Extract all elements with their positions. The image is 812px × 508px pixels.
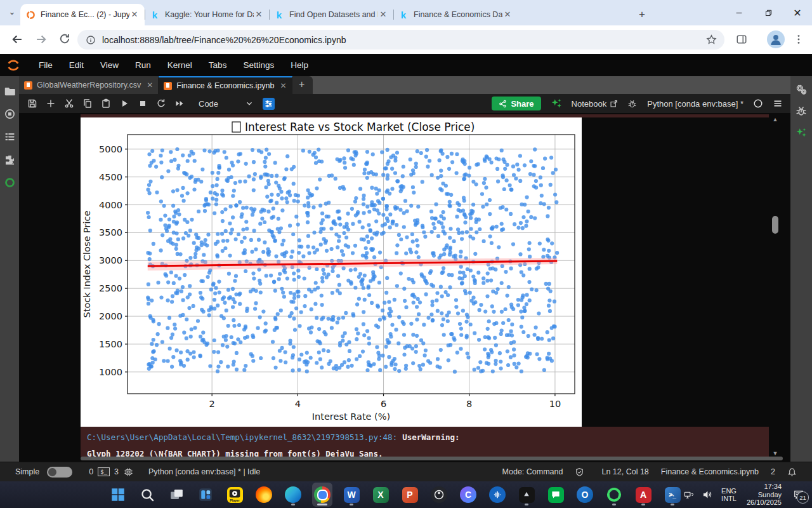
- omnibox[interactable]: localhost:8889/lab/tree/Finance%20%26%20…: [77, 30, 724, 50]
- taskbar-excel-icon[interactable]: X: [370, 483, 391, 507]
- run-icon[interactable]: [119, 98, 129, 109]
- kernel-chip-icon[interactable]: [124, 467, 133, 477]
- property-inspector-gears-icon[interactable]: [796, 84, 807, 95]
- browser-menu-dots-icon[interactable]: [793, 34, 807, 48]
- taskbar-audio-app-icon[interactable]: [487, 483, 508, 507]
- menu-run[interactable]: Run: [135, 60, 151, 70]
- kernel-status-text[interactable]: Python [conda env:base] * | Idle: [148, 467, 260, 476]
- taskbar-task-view-icon[interactable]: [166, 483, 187, 507]
- extensions-puzzle-icon[interactable]: [4, 154, 16, 166]
- debugger-bug-icon[interactable]: [796, 105, 807, 117]
- scrollbar-thumb[interactable]: [772, 216, 778, 234]
- tab-close-icon[interactable]: ✕: [254, 10, 264, 20]
- browser-tab[interactable]: kKaggle: Your Home for Data Sci✕: [145, 4, 269, 25]
- url-text[interactable]: localhost:8889/lab/tree/Finance%20%26%20…: [102, 35, 706, 45]
- profile-avatar[interactable]: [767, 30, 785, 48]
- command-mode-indicator[interactable]: Mode: Command: [502, 467, 563, 476]
- taskbar-widgets-icon[interactable]: [195, 483, 216, 507]
- volume-icon[interactable]: [702, 490, 712, 500]
- menu-file[interactable]: File: [39, 60, 53, 70]
- doc-tab-close-icon[interactable]: ✕: [147, 81, 153, 90]
- trust-shield-icon[interactable]: [575, 467, 584, 477]
- table-of-contents-icon[interactable]: [4, 131, 16, 143]
- taskbar-media-player-icon[interactable]: Player: [225, 483, 245, 507]
- simple-mode-toggle[interactable]: [47, 467, 72, 478]
- tab-search-chevron-icon[interactable]: ⌄: [6, 7, 18, 18]
- forward-icon[interactable]: [34, 32, 48, 46]
- taskbar-search-icon[interactable]: [137, 483, 157, 507]
- back-icon[interactable]: [10, 32, 24, 46]
- doc-tab[interactable]: GlobalWeatherRepository.csv✕: [19, 76, 159, 94]
- hamburger-menu-icon[interactable]: [773, 98, 783, 109]
- vertical-scrollbar[interactable]: ▲ ▼: [769, 113, 782, 462]
- browser-tab[interactable]: Finance & Ec... (2) - JupyterLab✕: [20, 4, 145, 25]
- taskbar-game-app-icon[interactable]: [516, 483, 537, 507]
- tray-chevron-up-icon[interactable]: [667, 490, 676, 500]
- network-icon[interactable]: [684, 490, 695, 500]
- anaconda-ring-icon[interactable]: [4, 177, 16, 189]
- run-all-icon[interactable]: [174, 98, 185, 109]
- notebook-link[interactable]: Notebook: [572, 99, 619, 109]
- doc-tab-close-icon[interactable]: ✕: [280, 81, 287, 90]
- window-minimize-button[interactable]: [724, 0, 754, 25]
- tab-close-icon[interactable]: ✕: [502, 10, 513, 20]
- taskbar-firefox-icon[interactable]: [254, 483, 274, 507]
- bug-icon[interactable]: [627, 99, 637, 109]
- menu-tabs[interactable]: Tabs: [209, 60, 227, 70]
- cell-type-dropdown[interactable]: Code: [199, 99, 218, 109]
- cut-icon[interactable]: [64, 98, 74, 109]
- tab-close-icon[interactable]: ✕: [129, 10, 140, 20]
- window-restore-button[interactable]: [754, 0, 783, 25]
- share-button[interactable]: Share: [492, 97, 540, 110]
- taskbar-clipchamp-icon[interactable]: C: [458, 483, 478, 507]
- taskbar-word-icon[interactable]: W: [341, 483, 362, 507]
- paste-icon[interactable]: [101, 98, 111, 109]
- running-kernels-icon[interactable]: [4, 108, 16, 120]
- new-tab-button[interactable]: +: [634, 7, 650, 22]
- add-cell-icon[interactable]: [46, 98, 56, 109]
- add-doc-tab-button[interactable]: +: [292, 76, 311, 94]
- clock[interactable]: 17:34 Sunday 26/10/2025: [747, 483, 782, 507]
- reload-icon[interactable]: [58, 32, 72, 46]
- taskbar-powerpoint-icon[interactable]: P: [400, 483, 420, 507]
- window-close-button[interactable]: ✕: [783, 0, 812, 25]
- side-panel-icon[interactable]: [736, 34, 750, 48]
- terminal-icon[interactable]: $_: [98, 467, 110, 476]
- save-icon[interactable]: [27, 98, 37, 109]
- statusbar-filename[interactable]: Finance & Economics.ipynb: [661, 467, 759, 476]
- menu-view[interactable]: View: [100, 60, 119, 70]
- chevron-down-icon[interactable]: [245, 99, 254, 108]
- menu-help[interactable]: Help: [291, 60, 308, 70]
- menu-edit[interactable]: Edit: [69, 60, 84, 70]
- kernel-name[interactable]: Python [conda env:base] *: [647, 99, 743, 109]
- taskbar-edge-icon[interactable]: [283, 483, 303, 507]
- sparkles-icon[interactable]: [551, 98, 562, 109]
- menu-kernel[interactable]: Kernel: [167, 60, 192, 70]
- horizontal-scrollbar[interactable]: [81, 457, 783, 460]
- bell-icon[interactable]: [787, 467, 797, 477]
- site-info-icon[interactable]: [86, 35, 96, 45]
- folder-icon[interactable]: [4, 85, 16, 97]
- stop-icon[interactable]: [138, 98, 148, 109]
- taskbar-outlook-icon[interactable]: O: [575, 483, 595, 507]
- cursor-position[interactable]: Ln 12, Col 18: [601, 467, 648, 476]
- scroll-down-icon[interactable]: ▼: [771, 450, 779, 457]
- taskbar-start-icon[interactable]: [108, 483, 128, 507]
- taskbar-chrome-icon[interactable]: [312, 483, 332, 507]
- browser-tab[interactable]: kFind Open Datasets and Machi✕: [269, 4, 393, 25]
- browser-tab[interactable]: kFinance & Economics Dataset (2✕: [393, 4, 518, 25]
- language-indicator[interactable]: ENG INTL: [721, 487, 737, 502]
- tab-close-icon[interactable]: ✕: [378, 10, 388, 20]
- taskbar-anaconda-icon[interactable]: [604, 483, 624, 507]
- restart-icon[interactable]: [156, 98, 166, 109]
- ai-sparkles-icon[interactable]: [796, 127, 807, 138]
- taskbar-acrobat-icon[interactable]: A: [633, 483, 653, 507]
- taskbar-obs-icon[interactable]: [429, 483, 449, 507]
- toolbar-sliders-icon[interactable]: [263, 98, 275, 110]
- menu-settings[interactable]: Settings: [243, 60, 274, 70]
- kernel-status-circle-icon[interactable]: [753, 98, 763, 109]
- scroll-up-icon[interactable]: ▲: [771, 116, 779, 123]
- taskbar-google-chat-icon[interactable]: [546, 483, 566, 507]
- copy-icon[interactable]: [82, 98, 93, 109]
- doc-tab[interactable]: Finance & Economics.ipynb✕: [159, 76, 292, 94]
